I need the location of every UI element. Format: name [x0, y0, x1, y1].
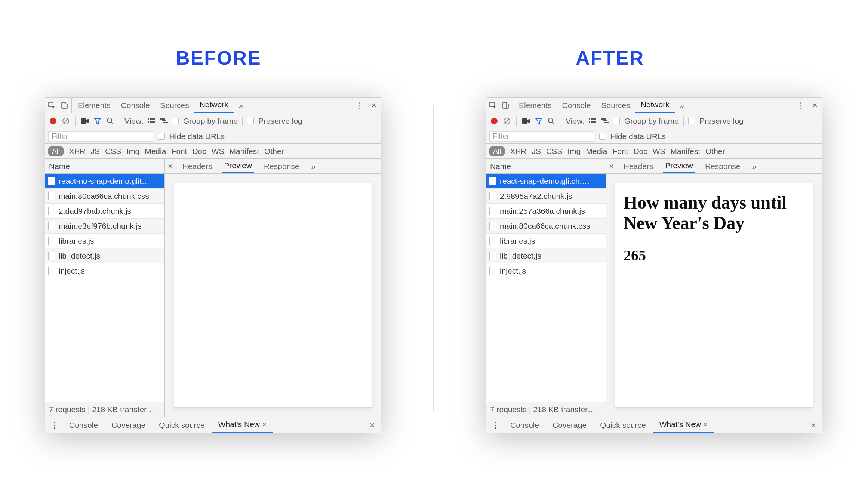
tab-elements[interactable]: Elements [514, 98, 557, 113]
close-icon[interactable]: × [367, 100, 381, 111]
request-row[interactable]: lib_detect.js [45, 248, 164, 263]
request-row[interactable]: inject.js [486, 263, 606, 278]
filter-input[interactable]: Filter [489, 131, 594, 142]
type-other[interactable]: Other [264, 147, 284, 156]
drawer-menu-icon[interactable]: ⋮ [47, 417, 62, 433]
tab-more[interactable]: » [234, 98, 249, 113]
close-icon[interactable]: × [808, 100, 822, 111]
drawer-coverage[interactable]: Coverage [546, 417, 593, 433]
type-font[interactable]: Font [612, 147, 628, 156]
subtab-headers[interactable]: Headers [621, 159, 655, 173]
drawer-console[interactable]: Console [504, 417, 546, 433]
type-img[interactable]: Img [567, 147, 581, 156]
type-media[interactable]: Media [145, 147, 166, 156]
camera-icon[interactable] [521, 116, 531, 126]
tab-network[interactable]: Network [194, 98, 234, 113]
type-xhr[interactable]: XHR [69, 147, 85, 156]
subtab-more[interactable]: » [750, 159, 759, 173]
subtab-headers[interactable]: Headers [180, 159, 214, 173]
drawer-quick-source[interactable]: Quick source [152, 417, 212, 433]
inspect-icon[interactable] [45, 98, 58, 113]
tab-elements[interactable]: Elements [73, 98, 116, 113]
drawer-coverage[interactable]: Coverage [105, 417, 152, 433]
filter-icon[interactable] [534, 116, 544, 126]
name-header[interactable]: Name [486, 159, 606, 174]
request-row[interactable]: libraries.js [486, 234, 606, 248]
type-all[interactable]: All [489, 146, 505, 156]
subtab-more[interactable]: » [309, 159, 318, 173]
type-xhr[interactable]: XHR [510, 147, 526, 156]
search-icon[interactable] [547, 116, 556, 126]
request-row[interactable]: 2.dad97bab.chunk.js [45, 204, 164, 219]
waterfall-icon[interactable] [600, 116, 610, 126]
subtab-preview[interactable]: Preview [222, 159, 254, 173]
group-by-frame-checkbox[interactable]: Group by frame [172, 117, 238, 126]
request-row[interactable]: main.e3ef976b.chunk.js [45, 219, 164, 234]
request-row[interactable]: react-snap-demo.glitch.… [486, 174, 606, 189]
request-row[interactable]: libraries.js [45, 234, 164, 248]
waterfall-icon[interactable] [159, 116, 169, 126]
large-rows-icon[interactable] [147, 116, 156, 126]
type-manifest[interactable]: Manifest [230, 147, 259, 156]
tab-sources[interactable]: Sources [155, 98, 194, 113]
type-font[interactable]: Font [171, 147, 187, 156]
tab-console[interactable]: Console [557, 98, 596, 113]
device-icon[interactable] [58, 98, 71, 113]
drawer-whats-new[interactable]: What's New × [653, 417, 714, 433]
close-details-icon[interactable]: × [609, 161, 614, 171]
tab-sources[interactable]: Sources [596, 98, 635, 113]
type-other[interactable]: Other [705, 147, 725, 156]
device-icon[interactable] [499, 98, 512, 113]
request-row[interactable]: react-no-snap-demo.glit… [45, 174, 164, 189]
request-row[interactable]: inject.js [45, 263, 164, 278]
type-js[interactable]: JS [90, 147, 100, 156]
close-tab-icon[interactable]: × [703, 420, 708, 429]
filter-icon[interactable] [93, 116, 102, 126]
tab-console[interactable]: Console [116, 98, 155, 113]
tab-network[interactable]: Network [635, 98, 675, 113]
kebab-menu-icon[interactable]: ⋮ [353, 101, 367, 110]
type-css[interactable]: CSS [546, 147, 562, 156]
request-row[interactable]: main.80ca66ca.chunk.css [486, 219, 606, 234]
type-media[interactable]: Media [586, 147, 607, 156]
close-tab-icon[interactable]: × [262, 420, 267, 429]
drawer-quick-source[interactable]: Quick source [593, 417, 653, 433]
hide-data-urls-checkbox[interactable]: Hide data URLs [158, 132, 225, 141]
type-doc[interactable]: Doc [633, 147, 647, 156]
request-row[interactable]: lib_detect.js [486, 248, 606, 263]
clear-icon[interactable] [61, 116, 71, 126]
type-ws[interactable]: WS [212, 147, 224, 156]
close-details-icon[interactable]: × [168, 161, 173, 171]
camera-icon[interactable] [80, 116, 90, 126]
type-img[interactable]: Img [126, 147, 139, 156]
inspect-icon[interactable] [486, 98, 499, 113]
request-row[interactable]: main.80ca66ca.chunk.css [45, 189, 164, 204]
clear-icon[interactable] [502, 116, 512, 126]
preserve-log-checkbox[interactable]: Preserve log [247, 117, 302, 126]
search-icon[interactable] [105, 116, 115, 126]
type-js[interactable]: JS [532, 147, 541, 156]
drawer-whats-new[interactable]: What's New × [212, 417, 273, 433]
filter-input[interactable]: Filter [48, 131, 153, 142]
drawer-menu-icon[interactable]: ⋮ [488, 417, 504, 433]
drawer-close-icon[interactable]: × [365, 420, 379, 430]
preserve-log-checkbox[interactable]: Preserve log [688, 117, 744, 126]
type-css[interactable]: CSS [105, 147, 121, 156]
drawer-console[interactable]: Console [62, 417, 105, 433]
record-icon[interactable] [489, 116, 499, 126]
name-header[interactable]: Name [45, 159, 164, 174]
request-row[interactable]: 2.9895a7a2.chunk.js [486, 189, 606, 204]
hide-data-urls-checkbox[interactable]: Hide data URLs [599, 132, 666, 141]
group-by-frame-checkbox[interactable]: Group by frame [613, 117, 679, 126]
subtab-preview[interactable]: Preview [663, 159, 695, 173]
type-ws[interactable]: WS [653, 147, 665, 156]
request-row[interactable]: main.257a366a.chunk.js [486, 204, 606, 219]
subtab-response[interactable]: Response [703, 159, 743, 173]
type-doc[interactable]: Doc [192, 147, 206, 156]
type-manifest[interactable]: Manifest [671, 147, 700, 156]
tab-more[interactable]: » [675, 98, 690, 113]
type-all[interactable]: All [48, 146, 64, 156]
drawer-close-icon[interactable]: × [806, 420, 821, 430]
kebab-menu-icon[interactable]: ⋮ [794, 101, 808, 110]
subtab-response[interactable]: Response [262, 159, 302, 173]
